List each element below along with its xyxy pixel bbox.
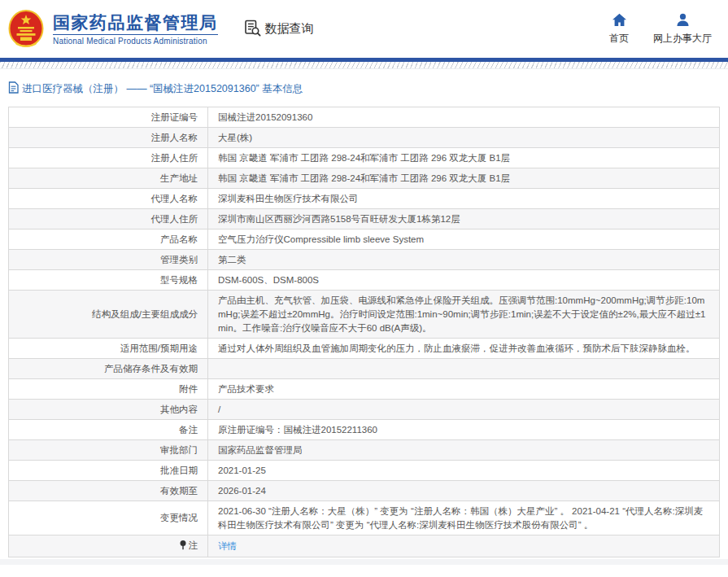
field-label: 注册人名称 <box>9 128 208 148</box>
table-row: 适用范围/预期用途通过对人体外周组织及血管施加周期变化的压力，防止血液瘀滞，促进… <box>9 339 720 359</box>
field-label: 注册人住所 <box>9 148 208 168</box>
field-label: 审批部门 <box>9 440 208 461</box>
header-nav: 首页 网上办事大厅 <box>609 13 712 46</box>
field-value: / <box>208 400 720 420</box>
field-label: 注 <box>9 535 208 557</box>
person-icon <box>676 13 690 29</box>
field-value <box>208 359 720 379</box>
field-label: 代理人住所 <box>9 209 208 229</box>
field-label: 其他内容 <box>9 400 208 420</box>
field-value: 详情 <box>208 535 720 557</box>
table-row: 注详情 <box>9 535 720 557</box>
table-row: 变更情况2021-06-30 “注册人名称：大星（株）” 变更为 “注册人名称：… <box>9 501 720 535</box>
nav-item-service-hall[interactable]: 网上办事大厅 <box>653 13 712 46</box>
field-label: 产品储存条件及有效期 <box>9 359 208 379</box>
field-value: 深圳麦科田生物医疗技术有限公司 <box>208 189 720 209</box>
field-value: 第二类 <box>208 250 720 270</box>
page-title: 进口医疗器械（注册） —— “国械注进20152091360” 基本信息 <box>8 81 720 96</box>
field-label: 结构及组成/主要组成成分 <box>9 291 208 339</box>
field-value: 大星(株) <box>208 128 720 148</box>
hatched-divider <box>0 62 728 69</box>
field-value: 原注册证编号：国械注进20152211360 <box>208 420 720 440</box>
table-row: 结构及组成/主要组成成分产品由主机、充气软管、加压袋、电源线和紧急停止保险开关组… <box>9 291 720 339</box>
table-row: 型号规格DSM-600S、DSM-800S <box>9 270 720 291</box>
footer-strip <box>0 559 728 565</box>
field-label: 管理类别 <box>9 250 208 270</box>
field-value: 韩国 京畿道 军浦市 工团路 298-24和军浦市 工团路 296 双龙大厦 B… <box>208 168 720 189</box>
field-label: 附件 <box>9 379 208 400</box>
nav-item-home[interactable]: 首页 <box>609 13 629 46</box>
field-value: 国家药品监督管理局 <box>208 440 720 461</box>
table-row: 备注原注册证编号：国械注进20152211360 <box>9 420 720 440</box>
field-label: 注册证编号 <box>9 107 208 128</box>
field-label: 型号规格 <box>9 270 208 291</box>
agency-name-cn: 国家药品监督管理局 <box>53 13 218 33</box>
nav-service-hall-label: 网上办事大厅 <box>653 32 712 46</box>
field-label: 有效期至 <box>9 481 208 501</box>
pin-icon <box>179 540 187 554</box>
field-value: 国械注进20152091360 <box>208 107 720 128</box>
table-row: 其他内容/ <box>9 400 720 420</box>
table-row: 管理类别第二类 <box>9 250 720 270</box>
home-icon <box>612 13 627 29</box>
table-row: 注册证编号国械注进20152091360 <box>9 107 720 128</box>
field-value: DSM-600S、DSM-800S <box>208 270 720 291</box>
field-value: 产品由主机、充气软管、加压袋、电源线和紧急停止保险开关组成。压强调节范围:10m… <box>208 291 720 339</box>
data-query-section[interactable]: 数据查询 <box>244 20 314 39</box>
field-value: 2021-06-30 “注册人名称：大星（株）” 变更为 “注册人名称：韩国（株… <box>208 501 720 535</box>
field-label: 备注 <box>9 420 208 440</box>
field-value: 深圳市南山区西丽沙河西路5158号百旺研发大厦1栋第12层 <box>208 209 720 229</box>
doc-search-icon <box>244 20 261 39</box>
field-label: 适用范围/预期用途 <box>9 339 208 359</box>
table-row: 注册人住所韩国 京畿道 军浦市 工团路 298-24和军浦市 工团路 296 双… <box>9 148 720 168</box>
field-value: 空气压力治疗仪Compressible limb sleeve System <box>208 229 720 250</box>
field-value: 通过对人体外周组织及血管施加周期变化的压力，防止血液瘀滞，促进并改善血液循环，预… <box>208 339 720 359</box>
table-row: 产品名称空气压力治疗仪Compressible limb sleeve Syst… <box>9 229 720 250</box>
field-value: 2026-01-24 <box>208 481 720 501</box>
agency-title-block: 国家药品监督管理局 National Medical Products Admi… <box>53 13 218 46</box>
nav-home-label: 首页 <box>609 32 629 46</box>
data-query-label: 数据查询 <box>265 21 314 37</box>
field-label: 批准日期 <box>9 461 208 481</box>
nmpa-logo[interactable]: 国家药品监督管理局 National Medical Products Admi… <box>8 10 218 49</box>
page-title-text: 进口医疗器械（注册） —— “国械注进20152091360” 基本信息 <box>22 82 303 96</box>
table-row: 批准日期2021-01-25 <box>9 461 720 481</box>
table-row: 代理人住所深圳市南山区西丽沙河西路5158号百旺研发大厦1栋第12层 <box>9 209 720 229</box>
table-row: 附件产品技术要求 <box>9 379 720 400</box>
field-value: 2021-01-25 <box>208 461 720 481</box>
table-row: 审批部门国家药品监督管理局 <box>9 440 720 461</box>
registration-info-table: 注册证编号国械注进20152091360注册人名称大星(株)注册人住所韩国 京畿… <box>8 107 720 557</box>
table-row: 有效期至2026-01-24 <box>9 481 720 501</box>
info-table-body: 注册证编号国械注进20152091360注册人名称大星(株)注册人住所韩国 京畿… <box>9 107 720 557</box>
agency-divider <box>53 34 218 35</box>
field-value: 产品技术要求 <box>208 379 720 400</box>
field-label: 产品名称 <box>9 229 208 250</box>
detail-link[interactable]: 详情 <box>218 541 237 551</box>
field-label: 生产地址 <box>9 168 208 189</box>
agency-name-en: National Medical Products Administration <box>53 37 218 46</box>
table-row: 生产地址韩国 京畿道 军浦市 工团路 298-24和军浦市 工团路 296 双龙… <box>9 168 720 189</box>
table-row: 代理人名称深圳麦科田生物医疗技术有限公司 <box>9 189 720 209</box>
field-label: 变更情况 <box>9 501 208 535</box>
field-value: 韩国 京畿道 军浦市 工团路 298-24和军浦市 工团路 296 双龙大厦 B… <box>208 148 720 168</box>
national-emblem-icon <box>8 10 44 49</box>
site-header: 国家药品监督管理局 National Medical Products Admi… <box>0 0 728 58</box>
table-row: 产品储存条件及有效期 <box>9 359 720 379</box>
field-label: 代理人名称 <box>9 189 208 209</box>
table-row: 注册人名称大星(株) <box>9 128 720 148</box>
document-icon <box>8 81 19 96</box>
